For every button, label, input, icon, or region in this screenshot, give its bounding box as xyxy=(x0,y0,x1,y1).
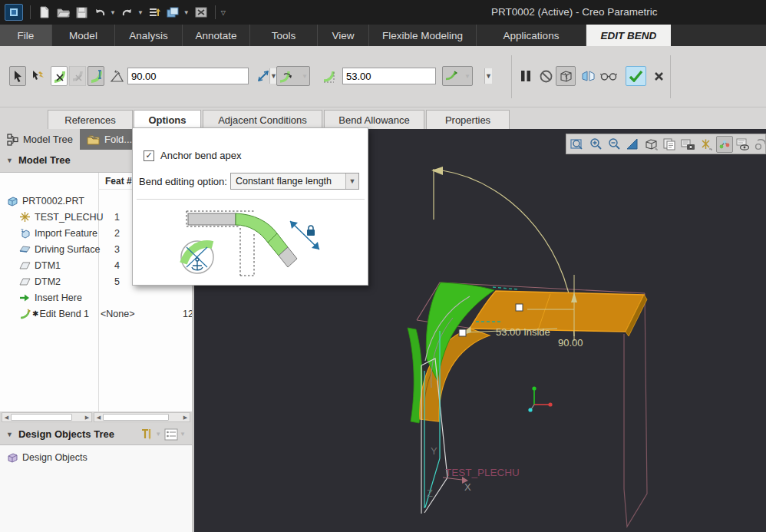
window-switch-caret[interactable]: ▼ xyxy=(183,9,190,16)
select-pointer-button[interactable] xyxy=(9,66,26,86)
glasses-preview-button[interactable] xyxy=(599,66,618,86)
tab-applications[interactable]: Applications xyxy=(477,25,586,46)
tab-flexible-modeling[interactable]: Flexible Modeling xyxy=(369,25,477,46)
axis-z-label: Z xyxy=(427,487,433,499)
accept-button[interactable] xyxy=(626,66,646,86)
columns-hscrollbar[interactable]: ◀ ▶ xyxy=(94,412,190,422)
bend-angle-combobox[interactable]: ▼ xyxy=(127,68,249,84)
smart-pointer-button[interactable] xyxy=(29,66,46,86)
redo-caret[interactable]: ▼ xyxy=(137,9,144,16)
scroll-left-icon[interactable]: ◀ xyxy=(94,413,103,421)
pause-button[interactable] xyxy=(517,66,534,86)
folder-browser-tab[interactable]: Fold... xyxy=(80,129,139,150)
pointer-lightning-icon xyxy=(31,70,45,83)
tab-bend-allowance[interactable]: Bend Allowance xyxy=(324,110,424,129)
tab-references[interactable]: References xyxy=(48,110,133,129)
model-tree-tab[interactable]: Model Tree xyxy=(0,129,80,150)
annotation-display-icon[interactable] xyxy=(735,136,751,153)
tab-properties[interactable]: Properties xyxy=(426,110,510,129)
selection-display-icon[interactable] xyxy=(716,136,733,153)
tab-view[interactable]: View xyxy=(318,25,369,46)
remove-bend-button[interactable] xyxy=(51,66,68,86)
view-manager-icon[interactable] xyxy=(661,136,678,153)
tab-tools[interactable]: Tools xyxy=(250,25,318,46)
flange-dim-label[interactable]: 53.00 Inside xyxy=(496,326,550,338)
anchor-bend-apex-label: Anchor bend apex xyxy=(160,150,242,161)
tab-options[interactable]: Options xyxy=(134,110,201,129)
bend-type-splitbutton[interactable]: ▼ xyxy=(442,66,473,86)
design-tools-caret[interactable]: ▼ xyxy=(155,431,161,438)
no-preview-button[interactable] xyxy=(537,66,554,86)
folder-tab-label: Fold... xyxy=(104,134,132,145)
customize-caret[interactable]: ▽ xyxy=(221,9,226,16)
named-views-icon[interactable] xyxy=(642,136,659,153)
anchor-bend-apex-checkbox[interactable]: ✓ xyxy=(144,150,154,161)
list-settings-caret[interactable]: ▼ xyxy=(180,431,186,438)
tab-annotate[interactable]: Annotate xyxy=(183,25,250,46)
save-icon[interactable] xyxy=(74,5,88,19)
scroll-thumb[interactable] xyxy=(103,414,169,421)
no-preview-icon xyxy=(540,70,553,83)
split-preview-button[interactable] xyxy=(579,66,597,86)
flange-length-dropdown[interactable]: ▼ xyxy=(484,68,492,84)
bend-editing-option-select[interactable]: Constant flange length ▼ xyxy=(230,173,359,190)
capture-icon[interactable] xyxy=(679,136,696,153)
scroll-thumb[interactable] xyxy=(11,414,72,421)
scroll-left-icon[interactable]: ◀ xyxy=(2,413,11,421)
flip-direction-icon xyxy=(256,69,270,83)
close-window-icon[interactable] xyxy=(194,5,208,19)
bend-option-diagram xyxy=(133,200,369,285)
bend-editing-option-caret[interactable]: ▼ xyxy=(345,173,358,189)
tab-analysis[interactable]: Analysis xyxy=(115,25,183,46)
tree-row-design-objects[interactable]: Design Objects xyxy=(0,449,192,465)
list-settings-icon[interactable] xyxy=(164,428,178,441)
quick-access-toolbar: ▼ ▼ ▼ ▽ xyxy=(0,0,226,25)
popup-separator xyxy=(137,199,365,200)
app-logo-icon[interactable] xyxy=(5,4,23,21)
bend-dimension-button[interactable] xyxy=(87,66,104,86)
undo-icon[interactable] xyxy=(93,5,107,19)
bend-side-caret[interactable]: ▼ xyxy=(302,73,308,80)
tree-row-edit-bend[interactable]: ✱ Edit Bend 1 <None> 12 xyxy=(0,306,192,322)
tree-hscrollbar[interactable]: ◀ ▶ xyxy=(2,412,92,422)
remove-bend-icon xyxy=(52,69,66,83)
scroll-right-icon[interactable]: ▶ xyxy=(181,413,190,421)
zoom-in-icon[interactable] xyxy=(587,136,604,153)
scroll-right-icon[interactable]: ▶ xyxy=(83,413,91,421)
tab-adjacent-conditions[interactable]: Adjacent Conditions xyxy=(203,110,322,129)
tab-edit-bend[interactable]: EDIT BEND xyxy=(586,25,671,46)
open-file-icon[interactable] xyxy=(56,5,70,19)
zoom-out-icon[interactable] xyxy=(606,136,622,153)
zoom-region-icon[interactable] xyxy=(569,136,586,153)
style-display-icon[interactable] xyxy=(753,136,766,153)
pointer-icon xyxy=(12,70,23,83)
model-tree-icon xyxy=(7,134,18,146)
tab-model[interactable]: Model xyxy=(52,25,115,46)
separator xyxy=(215,5,216,19)
flip-direction-button[interactable] xyxy=(256,66,271,86)
collapse-triangle-icon[interactable]: ▼ xyxy=(6,157,13,164)
flange-length-combobox[interactable]: ▼ xyxy=(342,68,436,84)
cancel-button[interactable] xyxy=(651,66,666,86)
regenerate-icon[interactable] xyxy=(148,5,162,19)
anchor-bend-apex-row[interactable]: ✓ Anchor bend apex xyxy=(144,150,242,161)
angle-dim-label[interactable]: 90.00 xyxy=(558,337,583,349)
x-icon xyxy=(654,71,664,81)
bend-type-caret[interactable]: ▼ xyxy=(464,73,470,80)
design-tools-icon[interactable] xyxy=(140,428,154,441)
undo-caret[interactable]: ▼ xyxy=(110,9,116,16)
bend-angle-input[interactable] xyxy=(128,68,269,84)
redo-icon[interactable] xyxy=(121,5,134,19)
drag-handle-2[interactable] xyxy=(459,329,466,336)
tab-file[interactable]: File xyxy=(0,25,52,46)
preview-geometry-button[interactable] xyxy=(556,66,576,86)
drag-handle-1[interactable] xyxy=(516,304,523,311)
repaint-icon[interactable] xyxy=(624,136,641,153)
window-switch-icon[interactable] xyxy=(167,5,180,19)
new-file-icon[interactable] xyxy=(38,5,51,19)
tree-row-insert-here[interactable]: Insert Here xyxy=(0,289,192,306)
datum-display-icon[interactable] xyxy=(698,136,715,153)
collapse-triangle-icon[interactable]: ▼ xyxy=(6,431,13,438)
bend-side-splitbutton[interactable]: ▼ xyxy=(276,66,310,86)
arc-arrowhead xyxy=(431,167,443,175)
